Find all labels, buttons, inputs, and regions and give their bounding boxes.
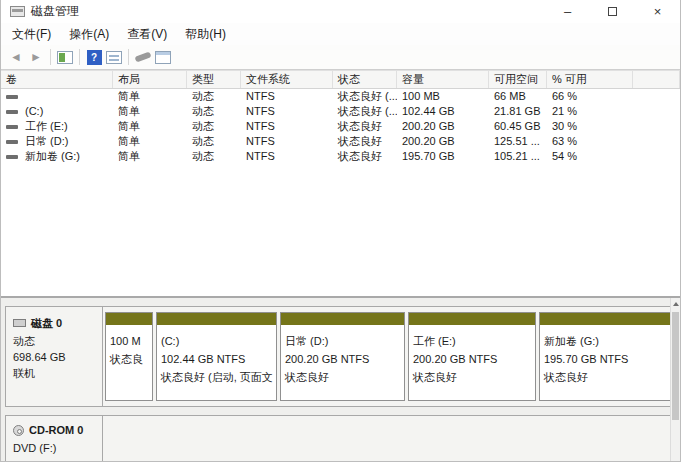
volume-name-cell: 新加卷 (G:) — [1, 149, 113, 164]
disk-management-app-icon — [10, 6, 25, 17]
column-header-free-space[interactable]: 可用空间 — [489, 71, 547, 88]
show-hide-panel-button[interactable] — [104, 47, 124, 67]
layout-cell: 简单 — [113, 134, 187, 149]
console-tree-button[interactable] — [55, 47, 75, 67]
vertical-scrollbar[interactable] — [670, 298, 680, 462]
status-cell: 状态良好 — [333, 149, 397, 164]
partition-d[interactable]: 日常 (D:) 200.20 GB NTFS 状态良好 — [280, 312, 405, 401]
pct-free-cell: 66 % — [547, 89, 633, 104]
partition-status: 状态良好 — [285, 368, 400, 386]
graphical-view-pane: 磁盘 0 动态 698.64 GB 联机 100 M 状态良 — [1, 296, 680, 462]
column-header-filesystem[interactable]: 文件系统 — [241, 71, 333, 88]
table-row[interactable]: 日常 (D:) 简单 动态 NTFS 状态良好 200.20 GB 125.51… — [1, 134, 680, 149]
partition-status: 状态良好 — [544, 368, 666, 386]
forward-icon: ► — [30, 50, 42, 64]
help-button[interactable]: ? — [84, 47, 104, 67]
close-button[interactable]: × — [635, 0, 680, 23]
type-cell: 动态 — [187, 104, 241, 119]
capacity-cell: 200.20 GB — [397, 134, 489, 149]
menu-view[interactable]: 查看(V) — [118, 23, 176, 46]
column-header-type[interactable]: 类型 — [187, 71, 241, 88]
column-header-empty — [633, 71, 680, 88]
status-cell: 状态良好 — [333, 134, 397, 149]
volume-icon — [6, 125, 18, 129]
table-row[interactable]: 工作 (E:) 简单 动态 NTFS 状态良好 200.20 GB 60.45 … — [1, 119, 680, 134]
partition-size: 195.70 GB NTFS — [544, 350, 666, 368]
volume-icon — [6, 155, 18, 159]
partition-color-band — [540, 313, 670, 325]
status-cell: 状态良好 — [333, 119, 397, 134]
partition-name: 日常 (D:) — [285, 332, 400, 350]
layout-cell: 简单 — [113, 149, 187, 164]
table-row[interactable]: (C:) 简单 动态 NTFS 状态良好 (... 102.44 GB 21.8… — [1, 104, 680, 119]
menu-file[interactable]: 文件(F) — [3, 23, 60, 46]
partition-c[interactable]: (C:) 102.44 GB NTFS 状态良好 (启动, 页面文 — [156, 312, 277, 401]
capacity-cell: 102.44 GB — [397, 104, 489, 119]
back-button[interactable]: ◄ — [6, 47, 26, 67]
column-header-layout[interactable]: 布局 — [113, 71, 187, 88]
column-header-capacity[interactable]: 容量 — [397, 71, 489, 88]
disk-label: 磁盘 0 — [31, 315, 62, 331]
action-tool-icon — [134, 51, 151, 62]
table-row[interactable]: 新加卷 (G:) 简单 动态 NTFS 状态良好 195.70 GB 105.2… — [1, 149, 680, 164]
cdrom-info-panel[interactable]: CD-ROM 0 DVD (F:) — [6, 416, 103, 462]
toolbar: ◄ ► ? — [1, 45, 680, 70]
volume-name-cell: 日常 (D:) — [1, 134, 113, 149]
pct-free-cell: 21 % — [547, 104, 633, 119]
cdrom-media-area — [103, 416, 672, 462]
layout-cell: 简单 — [113, 89, 187, 104]
view-panel-button[interactable] — [153, 47, 173, 67]
volume-list: 卷 布局 类型 文件系统 状态 容量 可用空间 % 可用 简单 动态 NTFS … — [1, 70, 680, 296]
partition-color-band — [106, 313, 152, 325]
column-header-status[interactable]: 状态 — [333, 71, 397, 88]
partition-g[interactable]: 新加卷 (G:) 195.70 GB NTFS 状态良好 — [539, 312, 671, 401]
partition-color-band — [409, 313, 535, 325]
volume-name-cell — [1, 89, 113, 104]
volume-icon — [6, 140, 18, 144]
pct-free-cell: 30 % — [547, 119, 633, 134]
free-space-cell: 105.21 ... — [489, 149, 547, 164]
filesystem-cell: NTFS — [241, 149, 333, 164]
forward-button[interactable]: ► — [26, 47, 46, 67]
help-icon: ? — [87, 50, 102, 65]
maximize-button[interactable] — [590, 0, 635, 23]
menu-help[interactable]: 帮助(H) — [176, 23, 235, 46]
column-header-volume[interactable]: 卷 — [1, 71, 113, 88]
disk-0-info-panel[interactable]: 磁盘 0 动态 698.64 GB 联机 — [6, 307, 103, 406]
volume-icon — [6, 95, 18, 99]
partition-size: 102.44 GB NTFS — [161, 350, 272, 368]
capacity-cell: 200.20 GB — [397, 119, 489, 134]
back-icon: ◄ — [10, 50, 22, 64]
cd-rom-icon — [13, 425, 24, 436]
partition-color-band — [157, 313, 276, 325]
volume-name-cell: 工作 (E:) — [1, 119, 113, 134]
partition-color-band — [281, 313, 404, 325]
partition-size: 200.20 GB NTFS — [285, 350, 400, 368]
column-header-pct-free[interactable]: % 可用 — [547, 71, 633, 88]
volume-icon — [6, 110, 18, 114]
pct-free-cell: 54 % — [547, 149, 633, 164]
minimize-button[interactable]: – — [545, 0, 590, 23]
layout-cell: 简单 — [113, 104, 187, 119]
window-controls: – × — [545, 0, 680, 23]
type-cell: 动态 — [187, 149, 241, 164]
menu-action[interactable]: 操作(A) — [60, 23, 118, 46]
action-tool-button[interactable] — [133, 47, 153, 67]
type-cell: 动态 — [187, 134, 241, 149]
partition-name: 新加卷 (G:) — [544, 332, 666, 350]
partition-status: 状态良好 — [413, 368, 531, 386]
volume-name-cell: (C:) — [1, 104, 113, 119]
layout-cell: 简单 — [113, 119, 187, 134]
cdrom-0-row: CD-ROM 0 DVD (F:) — [5, 415, 673, 462]
partition-e[interactable]: 工作 (E:) 200.20 GB NTFS 状态良好 — [408, 312, 536, 401]
partition-system-reserved[interactable]: 100 M 状态良 — [105, 312, 153, 401]
scrollbar-thumb[interactable] — [672, 312, 679, 420]
status-cell: 状态良好 (... — [333, 104, 397, 119]
table-row[interactable]: 简单 动态 NTFS 状态良好 (... 100 MB 66 MB 66 % — [1, 89, 680, 104]
partition-name: (C:) — [161, 332, 272, 350]
partition-status: 状态良好 (启动, 页面文 — [161, 368, 272, 386]
free-space-cell: 21.81 GB — [489, 104, 547, 119]
partition-size: 100 M — [110, 332, 148, 350]
free-space-cell: 125.51 ... — [489, 134, 547, 149]
cdrom-label: CD-ROM 0 — [29, 422, 83, 438]
